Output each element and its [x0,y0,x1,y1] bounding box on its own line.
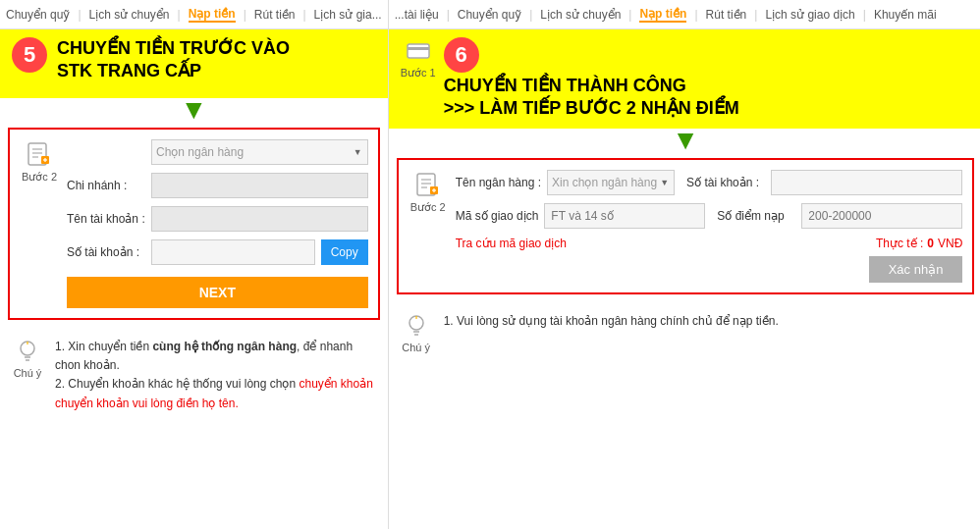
right-nav: ...tài liệu | Chuyển quỹ | Lịch sử chuyể… [389,0,980,29]
right-panel: ...tài liệu | Chuyển quỹ | Lịch sử chuyể… [389,0,980,529]
svg-rect-11 [408,44,429,58]
sotaikhoan-input[interactable] [151,239,315,265]
right-nganhand-select-wrapper: Xin chọn ngân hàng [547,170,675,195]
right-step-icon-img [413,170,443,199]
nav-lichsugd-left[interactable]: Lịch sử gia... [314,8,382,22]
nav-naptien-right[interactable]: Nạp tiền [639,7,686,23]
copy-button[interactable]: Copy [321,239,368,265]
left-banner-arrow: ▼ [180,94,207,126]
left-notes-icon: Chú ý [8,338,47,379]
sodiemnap-input[interactable] [801,203,962,229]
chinhanh-input[interactable] [151,173,368,198]
right-notes-text: 1. Vui lòng sử dụng tài khoản ngân hàng … [444,312,975,331]
left-form-section: Bước 2 Chọn ngân hàng Chi nhánh : Tên tà… [8,128,380,320]
left-notes-section: Chú ý 1. Xin chuyển tiền cùng hệ thống n… [0,330,388,421]
right-form-row3: Tra cứu mã giao dịch Thực tế : 0 VNĐ Xác… [456,237,963,283]
left-step-icon: Bước 2 [20,139,59,184]
right-note-1: Vui lòng sử dụng tài khoản ngân hàng chí… [457,314,779,328]
tracuu-link[interactable]: Tra cứu mã giao dịch [456,237,567,250]
svg-rect-12 [408,47,429,50]
right-form-area: Tên ngân hàng : Xin chọn ngân hàng Số tà… [456,170,963,283]
right-sotaikhoan-input[interactable] [771,170,962,195]
note-link-1[interactable]: chuyển khoản [299,377,372,391]
nav-khuyenmaid-right[interactable]: Khuyến mãi [874,8,937,22]
note-bold-1: cùng hệ thống ngân hàng [152,340,297,353]
right-notes-label: Chú ý [402,342,430,353]
form-row-nganhand: Chọn ngân hàng [67,139,368,165]
left-form-area: Chọn ngân hàng Chi nhánh : Tên tài khoản… [67,139,368,308]
right-edit-icon [414,171,442,198]
sotaikhoan-label: Số tài khoản : [67,245,145,259]
right-notes-icon: Chú ý [397,312,436,353]
nav-rutTien-left[interactable]: Rút tiền [254,8,296,22]
note-link-2[interactable]: chuyển khoản vui lòng điền họ tên. [55,397,239,410]
nganhand-select-wrapper: Chọn ngân hàng [151,139,368,165]
form-row-sotaikhoan: Số tài khoản : Copy [67,239,368,265]
form-row-chinhanh: Chi nhánh : [67,173,368,198]
right-form-row1: Tên ngân hàng : Xin chọn ngân hàng Số tà… [456,170,963,195]
left-nav: Chuyển quỹ | Lịch sử chuyển | Nạp tiền |… [0,0,388,29]
chinhanh-label: Chi nhánh : [67,179,145,192]
nav-napTien-left[interactable]: Nạp tiền [189,7,236,23]
left-step-label: Bước 2 [22,171,57,184]
right-form-section: Bước 2 Tên ngân hàng : Xin chọn ngân hàn… [397,158,975,294]
left-step-number: 5 [12,37,47,73]
form-row-tentaikhoan: Tên tài khoản : [67,206,368,232]
nav-lichsugd-right[interactable]: Lịch sử giao dịch [765,8,854,22]
right-banner: Bước 1 6 CHUYỂN TIỀN THÀNH CÔNG >>> LÀM … [389,29,980,129]
right-step2-label: Bước 2 [410,201,446,214]
right-nganhand-select[interactable]: Xin chọn ngân hàng [547,170,675,195]
thucte-value: 0 [927,237,934,250]
right-step-number: 6 [444,37,479,73]
left-step-icon-img [25,139,54,169]
thucte-unit: VNĐ [938,237,962,250]
card-icon [405,37,432,65]
nav-ruttien-right[interactable]: Rút tiền [706,8,747,22]
lightbulb-icon [14,338,41,365]
nganhand-select[interactable]: Chọn ngân hàng [151,139,368,165]
left-notes-text: 1. Xin chuyển tiền cùng hệ thống ngân hà… [55,338,380,413]
nav-lichsu-left[interactable]: Lịch sử chuyển [89,8,170,22]
right-notes-section: Chú ý 1. Vui lòng sử dụng tài khoản ngân… [389,304,980,361]
nav-chuyenquy-right[interactable]: Chuyển quỹ [458,8,521,22]
masogd-label: Mã số giao dịch [456,209,539,223]
right-banner-text: CHUYỂN TIỀN THÀNH CÔNG >>> LÀM TIẾP BƯỚC… [444,75,971,121]
next-button[interactable]: NEXT [67,277,368,308]
right-lightbulb-icon [403,312,430,340]
thucte-row: Thực tế : 0 VNĐ [876,237,962,250]
right-banner-arrow: ▼ [672,125,699,156]
left-banner: 5 CHUYỂN TIỀN TRƯỚC VÀO STK TRANG CẤP ▼ [0,29,388,98]
right-tennganhand-label: Tên ngân hàng : [456,176,541,189]
nav-lichsu-right[interactable]: Lịch sử chuyển [540,8,621,22]
sodiemnap-label: Số điểm nạp [717,209,795,223]
thucte-label: Thực tế : [876,237,923,250]
right-step-icon: Bước 2 [408,170,448,214]
nav-tailieu-right[interactable]: ...tài liệu [395,8,439,22]
nav-chuyenquy-left[interactable]: Chuyển quỹ [6,8,70,22]
edit-icon [26,140,53,168]
tentaikhoan-input[interactable] [151,206,368,232]
right-step1-label: Bước 1 [401,67,436,79]
masogd-input[interactable] [544,203,705,229]
right-sotaikhoan-label: Số tài khoản : [686,176,765,189]
left-banner-text: CHUYỂN TIỀN TRƯỚC VÀO STK TRANG CẤP [57,37,290,83]
left-notes-label: Chú ý [14,367,42,379]
xacnhan-button[interactable]: Xác nhận [869,256,963,283]
right-form-row2: Mã số giao dịch Số điểm nạp [456,203,963,229]
left-panel: Chuyển quỹ | Lịch sử chuyển | Nạp tiền |… [0,0,389,529]
tentaikhoan-label: Tên tài khoản : [67,212,145,226]
